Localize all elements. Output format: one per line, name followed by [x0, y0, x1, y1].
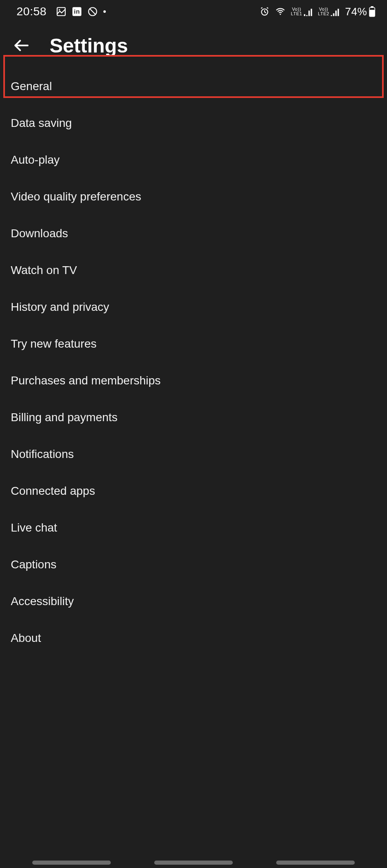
- status-bar: 20:58 in Vo)) LTE1 Vo): [0, 0, 387, 23]
- nav-recent-button[interactable]: [32, 861, 111, 865]
- battery-icon: [369, 6, 375, 17]
- sim2-lte-label: LTE2: [318, 12, 329, 16]
- image-icon: [56, 6, 67, 17]
- settings-item-label: History and privacy: [11, 300, 109, 314]
- settings-item-notifications[interactable]: Notifications: [0, 436, 387, 472]
- settings-item-label: Downloads: [11, 227, 68, 240]
- svg-line-9: [265, 12, 266, 13]
- app-bar: Settings: [0, 23, 387, 68]
- page-title: Settings: [50, 34, 128, 57]
- linkedin-icon: in: [72, 6, 82, 17]
- settings-item-billing[interactable]: Billing and payments: [0, 399, 387, 436]
- arrow-left-icon: [13, 37, 30, 54]
- svg-line-5: [90, 9, 95, 14]
- signal-bars-icon: [331, 9, 340, 16]
- settings-item-about[interactable]: About: [0, 620, 387, 656]
- settings-item-general[interactable]: General: [0, 68, 387, 105]
- alarm-icon: [259, 6, 270, 17]
- dot-icon: [103, 10, 106, 13]
- svg-rect-17: [331, 15, 332, 16]
- settings-item-history[interactable]: History and privacy: [0, 289, 387, 325]
- settings-item-video-quality[interactable]: Video quality preferences: [0, 178, 387, 215]
- sim2-indicator: Vo)) LTE2: [318, 7, 340, 16]
- svg-rect-14: [306, 15, 307, 16]
- svg-rect-16: [311, 9, 312, 16]
- settings-item-auto-play[interactable]: Auto-play: [0, 141, 387, 178]
- svg-rect-23: [370, 10, 375, 17]
- nav-home-button[interactable]: [154, 861, 233, 865]
- settings-item-label: Video quality preferences: [11, 190, 141, 203]
- status-time: 20:58: [17, 5, 47, 18]
- navigation-bar: [0, 861, 387, 865]
- svg-point-12: [280, 14, 281, 15]
- settings-list: GeneralData savingAuto-playVideo quality…: [0, 68, 387, 656]
- status-bar-left: 20:58 in: [17, 5, 106, 18]
- svg-line-10: [261, 7, 263, 8]
- svg-rect-19: [335, 11, 337, 16]
- svg-rect-15: [308, 11, 310, 16]
- settings-item-label: Connected apps: [11, 484, 95, 498]
- settings-item-label: Auto-play: [11, 153, 60, 167]
- settings-item-label: Captions: [11, 558, 57, 571]
- svg-rect-18: [333, 13, 334, 16]
- settings-item-captions[interactable]: Captions: [0, 546, 387, 583]
- svg-point-6: [103, 10, 106, 13]
- settings-item-accessibility[interactable]: Accessibility: [0, 583, 387, 620]
- settings-item-label: Try new features: [11, 337, 96, 351]
- settings-item-label: Live chat: [11, 521, 57, 534]
- settings-item-purchases[interactable]: Purchases and memberships: [0, 362, 387, 399]
- back-button[interactable]: [12, 36, 31, 55]
- settings-item-label: Accessibility: [11, 595, 74, 608]
- settings-item-label: Purchases and memberships: [11, 374, 161, 387]
- sim1-indicator: Vo)) LTE1: [291, 7, 313, 16]
- nav-back-button[interactable]: [276, 861, 355, 865]
- settings-item-try-new[interactable]: Try new features: [0, 325, 387, 362]
- settings-item-label: Billing and payments: [11, 411, 117, 424]
- svg-rect-13: [304, 14, 305, 16]
- signal-bars-icon: [304, 9, 313, 16]
- battery-percent: 74%: [345, 5, 367, 18]
- status-bar-right: Vo)) LTE1 Vo)) LTE2 74%: [259, 5, 375, 18]
- sim1-lte-label: LTE1: [291, 12, 302, 16]
- svg-text:in: in: [74, 8, 80, 15]
- settings-item-downloads[interactable]: Downloads: [0, 215, 387, 252]
- settings-item-label: Watch on TV: [11, 264, 77, 277]
- svg-rect-0: [57, 7, 65, 16]
- settings-item-label: General: [11, 80, 52, 93]
- svg-rect-20: [338, 9, 339, 16]
- settings-item-live-chat[interactable]: Live chat: [0, 509, 387, 546]
- do-not-disturb-icon: [87, 6, 98, 17]
- settings-item-data-saving[interactable]: Data saving: [0, 105, 387, 141]
- settings-item-connected[interactable]: Connected apps: [0, 472, 387, 509]
- battery-indicator: 74%: [345, 5, 375, 18]
- wifi-icon: [275, 6, 286, 17]
- svg-line-11: [267, 7, 268, 8]
- settings-item-watch-tv[interactable]: Watch on TV: [0, 252, 387, 289]
- settings-item-label: Data saving: [11, 117, 72, 130]
- svg-point-1: [59, 9, 60, 10]
- settings-item-label: About: [11, 632, 41, 645]
- settings-item-label: Notifications: [11, 448, 74, 461]
